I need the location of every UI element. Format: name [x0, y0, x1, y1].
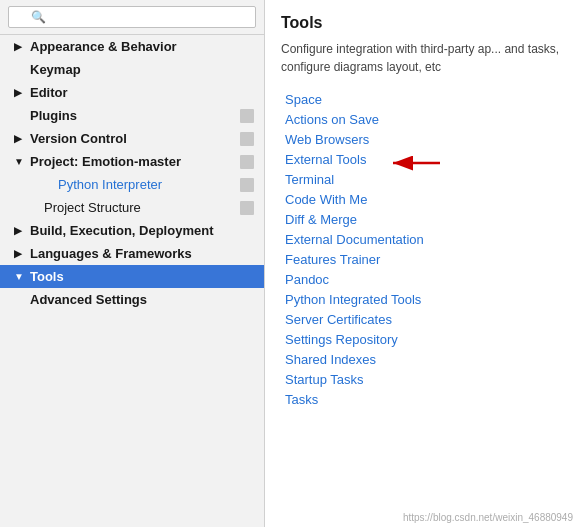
link-space[interactable]: Space	[285, 92, 322, 107]
arrow-right-icon	[14, 248, 24, 259]
list-item-code-with-me[interactable]: Code With Me	[281, 190, 561, 209]
list-item-actions-on-save[interactable]: Actions on Save	[281, 110, 561, 129]
sidebar-item-advanced[interactable]: Advanced Settings	[0, 288, 264, 311]
sidebar-item-label: Editor	[30, 85, 68, 100]
link-diff-merge[interactable]: Diff & Merge	[285, 212, 357, 227]
link-tasks[interactable]: Tasks	[285, 392, 318, 407]
content-panel: Tools Configure integration with third-p…	[265, 0, 577, 527]
arrow-right-icon	[14, 225, 24, 236]
sidebar-item-project-structure[interactable]: Project Structure	[0, 196, 264, 219]
sidebar-item-label: Project Structure	[44, 200, 141, 215]
sidebar-item-label: Advanced Settings	[30, 292, 147, 307]
sidebar-item-label: Tools	[30, 269, 64, 284]
external-link-icon	[240, 178, 254, 192]
sidebar-item-project[interactable]: Project: Emotion-master	[0, 150, 264, 173]
sidebar-item-build[interactable]: Build, Execution, Deployment	[0, 219, 264, 242]
sidebar-item-keymap[interactable]: Keymap	[0, 58, 264, 81]
sidebar-item-label: Python Interpreter	[58, 177, 162, 192]
link-external-tools[interactable]: External Tools	[285, 152, 366, 167]
search-container: 🔍	[0, 0, 264, 35]
list-item-web-browsers[interactable]: Web Browsers	[281, 130, 561, 149]
external-link-icon	[240, 109, 254, 123]
list-item-settings-repository[interactable]: Settings Repository	[281, 330, 561, 349]
list-item-external-tools[interactable]: External Tools	[281, 150, 561, 169]
link-settings-repository[interactable]: Settings Repository	[285, 332, 398, 347]
sidebar-item-label: Appearance & Behavior	[30, 39, 177, 54]
content-description: Configure integration with third-party a…	[281, 40, 561, 76]
sidebar-nav-list: Appearance & BehaviorKeymapEditorPlugins…	[0, 35, 264, 311]
sidebar-item-plugins[interactable]: Plugins	[0, 104, 264, 127]
list-item-startup-tasks[interactable]: Startup Tasks	[281, 370, 561, 389]
sidebar-item-label: Project: Emotion-master	[30, 154, 181, 169]
watermark: https://blog.csdn.net/weixin_46880949	[403, 512, 573, 523]
sidebar-item-editor[interactable]: Editor	[0, 81, 264, 104]
sidebar-item-python-interpreter[interactable]: Python Interpreter	[0, 173, 264, 196]
external-link-icon	[240, 201, 254, 215]
link-server-certificates[interactable]: Server Certificates	[285, 312, 392, 327]
settings-sidebar: 🔍 Appearance & BehaviorKeymapEditorPlugi…	[0, 0, 265, 527]
sidebar-item-label: Version Control	[30, 131, 127, 146]
list-item-shared-indexes[interactable]: Shared Indexes	[281, 350, 561, 369]
list-item-space[interactable]: Space	[281, 90, 561, 109]
link-external-documentation[interactable]: External Documentation	[285, 232, 424, 247]
arrow-right-icon	[14, 41, 24, 52]
external-link-icon	[240, 132, 254, 146]
page-title: Tools	[281, 14, 561, 32]
link-code-with-me[interactable]: Code With Me	[285, 192, 367, 207]
search-input[interactable]	[8, 6, 256, 28]
link-terminal[interactable]: Terminal	[285, 172, 334, 187]
link-shared-indexes[interactable]: Shared Indexes	[285, 352, 376, 367]
sidebar-item-languages[interactable]: Languages & Frameworks	[0, 242, 264, 265]
arrow-down-icon	[14, 271, 24, 282]
sidebar-item-appearance[interactable]: Appearance & Behavior	[0, 35, 264, 58]
list-item-tasks[interactable]: Tasks	[281, 390, 561, 409]
link-pandoc[interactable]: Pandoc	[285, 272, 329, 287]
sidebar-item-tools[interactable]: Tools	[0, 265, 264, 288]
sidebar-item-label: Keymap	[30, 62, 81, 77]
list-item-terminal[interactable]: Terminal	[281, 170, 561, 189]
link-startup-tasks[interactable]: Startup Tasks	[285, 372, 364, 387]
sidebar-item-label: Build, Execution, Deployment	[30, 223, 213, 238]
search-wrapper: 🔍	[8, 6, 256, 28]
arrow-down-icon	[14, 156, 24, 167]
list-item-diff-merge[interactable]: Diff & Merge	[281, 210, 561, 229]
link-web-browsers[interactable]: Web Browsers	[285, 132, 369, 147]
sidebar-item-label: Plugins	[30, 108, 77, 123]
link-python-integrated-tools[interactable]: Python Integrated Tools	[285, 292, 421, 307]
list-item-server-certificates[interactable]: Server Certificates	[281, 310, 561, 329]
link-features-trainer[interactable]: Features Trainer	[285, 252, 380, 267]
arrow-right-icon	[14, 87, 24, 98]
sidebar-item-label: Languages & Frameworks	[30, 246, 192, 261]
list-item-python-integrated-tools[interactable]: Python Integrated Tools	[281, 290, 561, 309]
external-link-icon	[240, 155, 254, 169]
list-item-pandoc[interactable]: Pandoc	[281, 270, 561, 289]
sidebar-item-version-control[interactable]: Version Control	[0, 127, 264, 150]
list-item-external-documentation[interactable]: External Documentation	[281, 230, 561, 249]
link-actions-on-save[interactable]: Actions on Save	[285, 112, 379, 127]
arrow-right-icon	[14, 133, 24, 144]
list-item-features-trainer[interactable]: Features Trainer	[281, 250, 561, 269]
tools-list: SpaceActions on SaveWeb BrowsersExternal…	[281, 90, 561, 409]
